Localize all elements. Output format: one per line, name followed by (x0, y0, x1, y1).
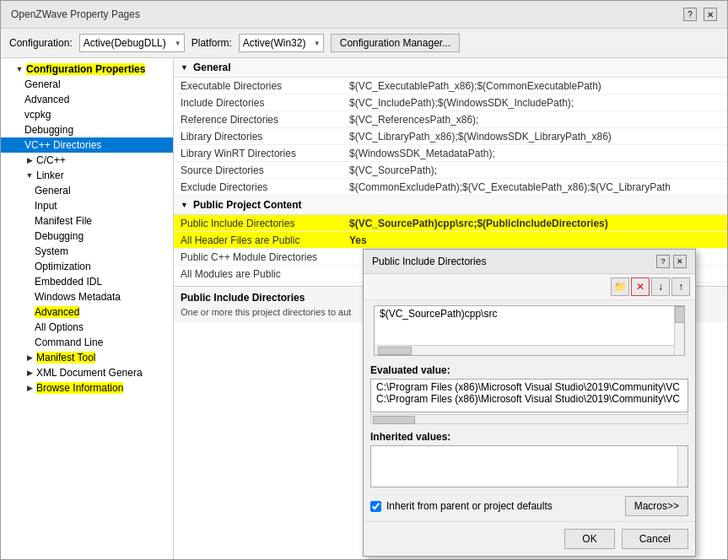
tree-item-advanced[interactable]: Advanced (1, 92, 173, 107)
prop-name: Exclude Directories (181, 181, 349, 193)
prop-row-library[interactable]: Library Directories $(VC_LibraryPath_x86… (174, 128, 727, 145)
tree-item-label: Browse Information (36, 382, 123, 394)
dialog-controls: ? ✕ (656, 255, 687, 268)
dialog-scrollbar-thumb (675, 306, 685, 323)
tree-item-general[interactable]: General (1, 77, 173, 92)
dialog-move-down-button[interactable]: ↓ (651, 277, 670, 296)
prop-name: Library WinRT Directories (181, 148, 349, 159)
dialog-list-scrollbar[interactable] (674, 306, 684, 355)
prop-row-include[interactable]: Include Directories $(VC_IncludePath);$(… (174, 94, 727, 111)
config-select[interactable]: Active(DebugDLL) (79, 34, 185, 52)
dialog-list-container: $(VC_SourcePath)cpp\src (369, 305, 690, 356)
dialog-list-item[interactable]: $(VC_SourcePath)cpp\src (375, 306, 684, 321)
prop-row-all-header[interactable]: All Header Files are Public Yes (174, 232, 727, 249)
tree-item-linker-general[interactable]: General (1, 183, 173, 198)
tree-item-debugging[interactable]: Debugging (1, 122, 173, 137)
dialog-folder-button[interactable]: 📁 (611, 277, 629, 296)
macros-button[interactable]: Macros>> (625, 496, 688, 516)
prop-row-exclude[interactable]: Exclude Directories $(CommonExcludePath)… (174, 179, 727, 196)
prop-row-executable[interactable]: Executable Directories $(VC_ExecutablePa… (174, 78, 727, 94)
tree-item-label: XML Document Genera (36, 367, 143, 379)
tree-item-linker-system[interactable]: System (1, 244, 173, 259)
inherited-label: Inherited values: (370, 431, 688, 443)
expand-icon: ▼ (14, 64, 24, 74)
inherit-checkbox[interactable] (370, 501, 381, 512)
tree-item-label: C/C++ (36, 154, 66, 166)
tree-item-label: General (24, 78, 61, 90)
inherited-section: Inherited values: (364, 428, 695, 491)
prop-row-library-winrt[interactable]: Library WinRT Directories $(WindowsSDK_M… (174, 145, 727, 162)
tree-item-linker-alloptions[interactable]: All Options (1, 320, 173, 335)
help-button[interactable]: ? (683, 8, 697, 21)
prop-name: Include Directories (181, 97, 349, 109)
evaluated-line1: C:\Program Files (x86)\Microsoft Visual … (376, 381, 682, 393)
prop-value: $(CommonExcludePath);$(VC_ExecutablePath… (349, 181, 720, 193)
prop-name: Library Directories (181, 131, 349, 143)
tree-item-label: Manifest Tool (36, 352, 95, 363)
dialog-list-value: $(VC_SourcePath)cpp\src (380, 308, 497, 320)
tree-item-linker-advanced[interactable]: Advanced (1, 304, 173, 320)
config-label: Configuration: (9, 37, 73, 49)
tree-item-cpp[interactable]: ▶ C/C++ (1, 153, 173, 168)
inherited-scrollbar[interactable] (677, 446, 688, 487)
tree-item-linker-input[interactable]: Input (1, 198, 173, 213)
general-section-header: ▼ General (174, 58, 727, 78)
public-section-header: ▼ Public Project Content (174, 196, 727, 215)
cancel-button[interactable]: Cancel (622, 529, 688, 549)
expand-icon: ▶ (24, 368, 35, 378)
tree-item-vcpkg[interactable]: vcpkg (1, 107, 173, 122)
dialog-list[interactable]: $(VC_SourcePath)cpp\src (374, 305, 685, 356)
tree-item-linker[interactable]: ▼ Linker (1, 168, 173, 183)
tree-item-label: Debugging (35, 230, 84, 242)
config-manager-button[interactable]: Configuration Manager... (331, 34, 460, 52)
prop-name: Public Include Directories (181, 218, 349, 229)
dialog-delete-button[interactable]: ✕ (631, 277, 650, 296)
evaluated-line2: C:\Program Files (x86)\Microsoft Visual … (376, 393, 682, 405)
tree-item-label: vcpkg (24, 109, 51, 121)
tree-item-label: Advanced (35, 306, 79, 318)
dialog-close-button[interactable]: ✕ (673, 255, 687, 268)
config-select-wrapper: Active(DebugDLL) (79, 34, 185, 52)
tree-item-browse-info[interactable]: ▶ Browse Information (1, 380, 173, 396)
window-title: OpenZWave Property Pages (11, 8, 140, 20)
tree-item-label: Configuration Properties (26, 63, 145, 75)
evaluated-hscroll[interactable] (370, 414, 688, 424)
tree-item-linker-embeddedidl[interactable]: Embedded IDL (1, 274, 173, 289)
inherit-checkbox-row: Inherit from parent or project defaults … (364, 491, 695, 521)
tree-item-linker-debugging[interactable]: Debugging (1, 229, 173, 244)
title-bar: OpenZWave Property Pages ? ✕ (1, 1, 727, 29)
platform-select[interactable]: Active(Win32) (239, 34, 324, 52)
tree-item-label: Manifest File (35, 215, 92, 227)
prop-name: Public C++ Module Directories (181, 251, 349, 263)
dialog-hscroll-thumb (378, 347, 412, 355)
expand-icon: ▶ (24, 383, 35, 393)
tree-item-label: Optimization (35, 261, 91, 272)
tree-item-config-props[interactable]: ▼ Configuration Properties (1, 62, 173, 77)
prop-name: Reference Directories (181, 114, 349, 126)
tree-item-linker-windowsmeta[interactable]: Windows Metadata (1, 289, 173, 304)
tree-item-label: All Options (35, 321, 84, 333)
dialog-hscroll[interactable] (375, 345, 674, 355)
dialog-footer: OK Cancel (364, 521, 695, 556)
inherit-checkbox-label: Inherit from parent or project defaults (386, 500, 553, 512)
prop-row-source[interactable]: Source Directories $(VC_SourcePath); (174, 162, 727, 179)
tree-item-linker-optimization[interactable]: Optimization (1, 259, 173, 274)
tree-item-label: Advanced (24, 94, 69, 105)
prop-row-reference[interactable]: Reference Directories $(VC_ReferencesPat… (174, 111, 727, 128)
prop-row-public-include[interactable]: Public Include Directories $(VC_SourcePa… (174, 215, 727, 232)
tree-item-linker-manifest[interactable]: Manifest File (1, 213, 173, 229)
prop-name: All Header Files are Public (181, 234, 349, 246)
dialog-move-up-button[interactable]: ↑ (671, 277, 690, 296)
prop-value: $(VC_SourcePath)cpp\src;$(PublicIncludeD… (349, 218, 720, 229)
close-button[interactable]: ✕ (704, 8, 717, 21)
tree-item-label: Linker (36, 170, 64, 181)
tree-item-label: Command Line (35, 337, 103, 348)
tree-item-manifest-tool[interactable]: ▶ Manifest Tool (1, 350, 173, 365)
tree-item-xml-doc[interactable]: ▶ XML Document Genera (1, 365, 173, 380)
prop-name: All Modules are Public (181, 268, 349, 280)
tree-item-label: Input (35, 200, 57, 212)
dialog-help-button[interactable]: ? (656, 255, 670, 268)
ok-button[interactable]: OK (564, 529, 614, 549)
tree-item-linker-cmdline[interactable]: Command Line (1, 335, 173, 350)
tree-item-vc-directories[interactable]: VC++ Directories (1, 137, 173, 153)
